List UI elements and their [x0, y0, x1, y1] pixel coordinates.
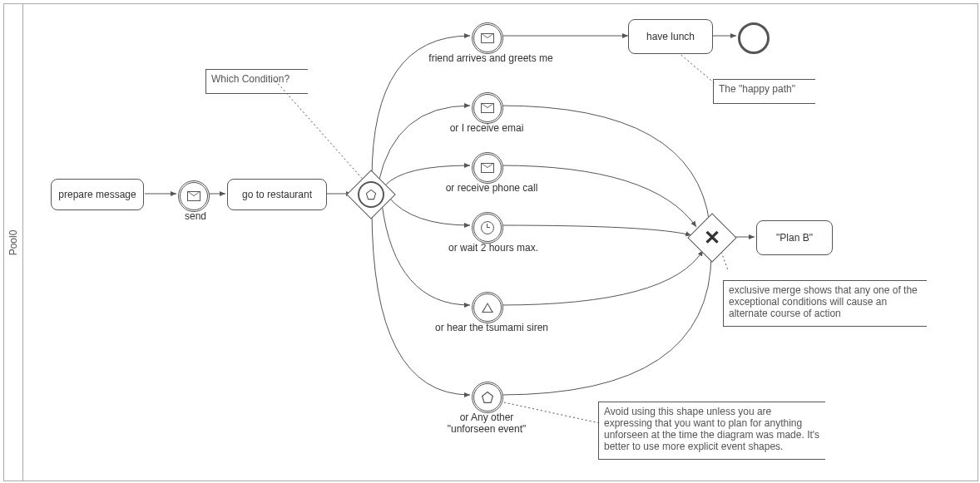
clock-icon [481, 221, 494, 234]
event-other-unforeseen[interactable] [472, 382, 503, 413]
pentagon-icon [365, 189, 377, 200]
envelope-icon [481, 163, 494, 173]
x-icon: ✕ [704, 226, 720, 249]
annotation-which-condition: Which Condition? [205, 69, 308, 94]
event-friend-arrives[interactable] [472, 22, 503, 54]
event-label: or Any other "unforseen event" [437, 412, 537, 435]
event-label: or receive phone call [433, 182, 550, 194]
task-label: go to restaurant [242, 189, 312, 200]
task-prepare-message[interactable]: prepare message [51, 179, 144, 210]
pool-label-text: Pool0 [7, 229, 19, 255]
event-label: or I receive emai [437, 122, 537, 134]
event-label-line1: or Any other [437, 412, 537, 423]
event-receive-phone[interactable] [472, 152, 503, 184]
pool: Pool0 [3, 3, 978, 481]
event-label: send [179, 210, 212, 222]
envelope-icon [481, 33, 494, 43]
envelope-icon [187, 191, 200, 201]
envelope-icon [481, 103, 494, 113]
svg-marker-1 [483, 392, 493, 403]
event-end[interactable] [738, 22, 770, 54]
gateway-event-based[interactable] [346, 170, 395, 219]
annotation-avoid-shape: Avoid using this shape unless you are ex… [598, 402, 825, 460]
triangle-icon [482, 303, 493, 313]
event-tsunami-siren[interactable] [472, 292, 503, 323]
bpmn-diagram: Pool0 [0, 0, 980, 483]
gateway-exclusive-merge[interactable]: ✕ [687, 213, 736, 262]
annotation-happy-path: The "happy path" [713, 79, 815, 104]
task-have-lunch[interactable]: have lunch [628, 19, 713, 54]
event-label-line2: "unforseen event" [437, 423, 537, 435]
svg-marker-0 [366, 190, 375, 199]
event-wait-timer[interactable] [472, 212, 503, 244]
event-receive-email[interactable] [472, 92, 503, 124]
event-label: friend arrives and greets me [420, 52, 562, 64]
task-plan-b[interactable]: "Plan B" [756, 220, 833, 255]
task-label: prepare message [58, 189, 136, 200]
annotation-text: Which Condition? [211, 73, 290, 85]
task-go-to-restaurant[interactable]: go to restaurant [227, 179, 327, 210]
annotation-text: The "happy path" [719, 83, 795, 95]
pentagon-icon [481, 391, 494, 404]
task-label: have lunch [646, 31, 695, 42]
pool-label: Pool0 [4, 4, 23, 481]
annotation-text: Avoid using this shape unless you are ex… [604, 406, 819, 452]
task-label: "Plan B" [776, 232, 813, 244]
event-send-message[interactable] [178, 180, 210, 212]
event-label: or wait 2 hours max. [435, 242, 552, 254]
annotation-exclusive-merge: exclusive merge shows that any one of th… [723, 280, 927, 327]
gateway-inner [358, 181, 384, 208]
event-label: or hear the tsumami siren [425, 322, 558, 333]
annotation-text: exclusive merge shows that any one of th… [729, 284, 918, 319]
